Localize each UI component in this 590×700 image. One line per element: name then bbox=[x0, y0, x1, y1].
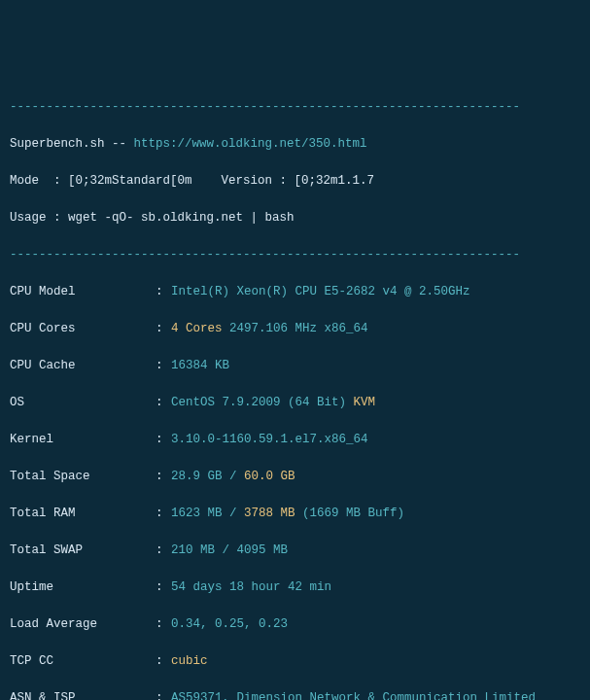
terminal-output: ----------------------------------------… bbox=[10, 80, 580, 700]
usage-label: Usage : bbox=[10, 211, 68, 225]
cpu-cores-freq: 2497.106 MHz x86_64 bbox=[223, 322, 368, 335]
mode-label: Mode : [0;32m bbox=[10, 174, 112, 188]
divider: ----------------------------------------… bbox=[10, 246, 580, 264]
ram-sep: / bbox=[223, 507, 245, 520]
divider: ----------------------------------------… bbox=[10, 98, 580, 117]
ram-buff: (1669 MB Buff) bbox=[295, 507, 405, 520]
asn-isp-value: AS59371, Dimension Network & Communicati… bbox=[171, 691, 536, 700]
tcp-cc-label: TCP CC bbox=[10, 652, 156, 671]
cpu-cache-value: 16384 KB bbox=[171, 359, 229, 372]
cpu-cache-label: CPU Cache bbox=[10, 357, 156, 375]
space-sep: / bbox=[223, 470, 245, 483]
usage-cmd: wget -qO- sb.oldking.net | bash bbox=[68, 211, 295, 225]
os-virt: KVM bbox=[354, 396, 376, 409]
uptime-value: 54 days 18 hour 42 min bbox=[171, 580, 331, 594]
kernel-value: 3.10.0-1160.59.1.el7.x86_64 bbox=[171, 433, 368, 446]
total-swap-label: Total SWAP bbox=[10, 542, 156, 560]
cpu-model-value: Intel(R) Xeon(R) CPU E5-2682 v4 @ 2.50GH… bbox=[171, 285, 470, 298]
mode-value: Standard bbox=[112, 174, 170, 188]
mode-escape: [0m bbox=[170, 174, 192, 188]
script-title: Superbench.sh -- bbox=[10, 137, 134, 151]
asn-isp-label: ASN & ISP bbox=[10, 689, 156, 700]
os-label: OS bbox=[10, 394, 156, 412]
version-value: 1.1.7 bbox=[338, 174, 375, 188]
script-url: https://www.oldking.net/350.html bbox=[134, 137, 367, 151]
ram-total: 3788 MB bbox=[244, 507, 295, 520]
space-total: 60.0 GB bbox=[244, 470, 295, 483]
load-avg-label: Load Average bbox=[10, 615, 156, 634]
tcp-cc-value: cubic bbox=[171, 654, 208, 668]
load-avg-value: 0.34, 0.25, 0.23 bbox=[171, 617, 288, 631]
kernel-label: Kernel bbox=[10, 431, 156, 449]
space-used: 28.9 GB bbox=[171, 470, 223, 483]
cpu-cores-label: CPU Cores bbox=[10, 320, 156, 338]
os-value: CentOS 7.9.2009 (64 Bit) bbox=[171, 396, 354, 409]
cpu-model-label: CPU Model bbox=[10, 283, 156, 301]
version-label: Version : [0;32m bbox=[192, 174, 338, 188]
uptime-label: Uptime bbox=[10, 578, 156, 597]
total-ram-label: Total RAM bbox=[10, 505, 156, 523]
total-space-label: Total Space bbox=[10, 468, 156, 486]
cpu-cores-count: 4 Cores bbox=[171, 322, 223, 335]
swap-value: 210 MB / 4095 MB bbox=[171, 543, 288, 557]
ram-used: 1623 MB bbox=[171, 507, 223, 520]
